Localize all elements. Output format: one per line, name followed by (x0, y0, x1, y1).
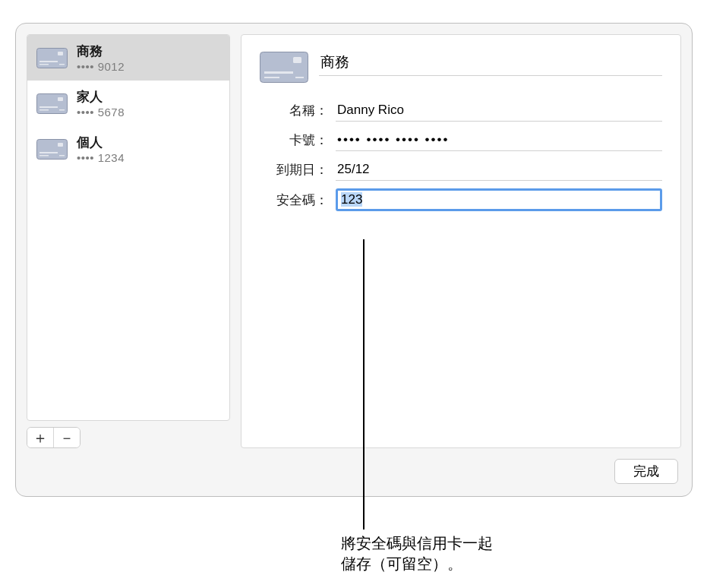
cvc-value: 123 (341, 192, 362, 207)
sidebar: 商務 •••• 9012 家人 •••• 5678 (27, 34, 230, 448)
done-label: 完成 (633, 464, 659, 479)
svg-rect-18 (264, 77, 279, 78)
svg-rect-3 (39, 64, 49, 65)
credit-card-icon (36, 139, 68, 160)
card-last4: •••• 9012 (77, 60, 125, 73)
svg-rect-14 (59, 155, 65, 156)
svg-rect-0 (37, 48, 68, 68)
svg-rect-16 (293, 57, 301, 63)
svg-rect-5 (37, 93, 68, 113)
minus-icon: － (59, 430, 74, 445)
card-title: 家人 (77, 88, 125, 106)
callout-line1: 將安全碼與信用卡一起 (341, 535, 493, 552)
card-last4: •••• 5678 (77, 106, 125, 119)
svg-rect-13 (39, 155, 49, 156)
callout-line2: 儲存（可留空）。 (341, 555, 462, 572)
svg-rect-12 (39, 152, 58, 153)
svg-rect-7 (39, 106, 58, 108)
card-list-item[interactable]: 個人 •••• 1234 (27, 126, 229, 172)
add-button[interactable]: ＋ (27, 428, 53, 447)
svg-rect-11 (58, 143, 63, 147)
remove-button[interactable]: － (54, 428, 80, 447)
card-text: 商務 •••• 9012 (77, 43, 125, 73)
card-last4: •••• 1234 (77, 151, 125, 164)
detail-panel: 名稱： 卡號： 到期日： 安全碼： 123 (241, 34, 681, 448)
footer: 完成 (16, 459, 692, 496)
card-list-item[interactable]: 家人 •••• 5678 (27, 81, 229, 126)
svg-rect-2 (39, 61, 58, 62)
card-text: 家人 •••• 5678 (77, 88, 125, 119)
credit-card-editor-window: 商務 •••• 9012 家人 •••• 5678 (15, 23, 693, 497)
form-row-name: 名稱： (260, 100, 662, 122)
svg-rect-17 (264, 71, 293, 74)
svg-rect-6 (58, 97, 63, 101)
callout-text: 將安全碼與信用卡一起 儲存（可留空）。 (341, 533, 493, 574)
cvc-label: 安全碼： (260, 191, 328, 209)
svg-rect-10 (37, 139, 68, 159)
expiry-label: 到期日： (260, 161, 328, 179)
number-input[interactable] (336, 129, 662, 151)
card-list-item[interactable]: 商務 •••• 9012 (27, 35, 229, 81)
svg-rect-8 (39, 109, 49, 111)
card-text: 個人 •••• 1234 (77, 134, 125, 164)
plus-icon: ＋ (33, 430, 48, 445)
add-remove-group: ＋ － (27, 427, 80, 448)
sidebar-toolbar: ＋ － (27, 427, 230, 448)
svg-rect-19 (295, 77, 304, 78)
form-row-expiry: 到期日： (260, 159, 662, 181)
svg-rect-1 (58, 52, 63, 55)
name-label: 名稱： (260, 102, 328, 119)
card-title: 個人 (77, 134, 125, 151)
card-description-input[interactable] (319, 52, 662, 76)
svg-rect-9 (59, 109, 65, 111)
number-label: 卡號： (260, 131, 328, 149)
credit-card-icon (36, 48, 68, 68)
svg-rect-4 (59, 64, 65, 65)
card-list: 商務 •••• 9012 家人 •••• 5678 (27, 34, 230, 421)
card-title: 商務 (77, 43, 125, 60)
done-button[interactable]: 完成 (614, 459, 678, 484)
callout-line (363, 239, 365, 530)
name-input[interactable] (336, 100, 662, 122)
detail-header (260, 52, 662, 83)
content-area: 商務 •••• 9012 家人 •••• 5678 (16, 24, 692, 459)
form-row-number: 卡號： (260, 129, 662, 151)
cvc-input[interactable]: 123 (336, 188, 662, 211)
expiry-input[interactable] (336, 159, 662, 181)
credit-card-icon (260, 52, 308, 83)
form-row-cvc: 安全碼： 123 (260, 188, 662, 211)
credit-card-icon (36, 93, 68, 114)
